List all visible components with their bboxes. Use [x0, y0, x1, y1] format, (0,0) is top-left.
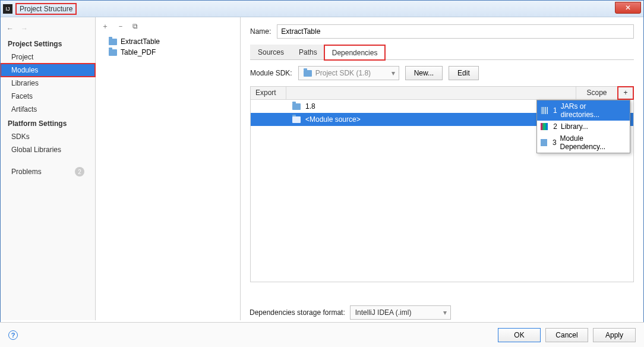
titlebar: IJ Project Structure ✕	[1, 1, 643, 17]
col-name	[286, 87, 576, 99]
project-settings-header: Project Settings	[1, 36, 95, 51]
new-sdk-button[interactable]: New...	[405, 66, 443, 80]
folder-icon	[304, 70, 312, 77]
name-label: Name:	[250, 27, 271, 36]
cancel-button[interactable]: Cancel	[545, 328, 588, 342]
folder-icon	[292, 103, 301, 110]
module-tree-panel: ＋ － ⧉ ExtractTable Table_PDF	[96, 17, 241, 320]
module-name-input[interactable]	[277, 24, 634, 39]
apply-button[interactable]: Apply	[593, 328, 636, 342]
storage-label: Dependencies storage format:	[250, 308, 345, 317]
tab-dependencies[interactable]: Dependencies	[324, 45, 386, 60]
storage-format-row: Dependencies storage format: IntelliJ ID…	[250, 305, 451, 320]
storage-value: IntelliJ IDEA (.iml)	[355, 308, 412, 317]
sidebar-item-modules[interactable]: Modules	[1, 64, 95, 77]
tree-label: ExtractTable	[121, 37, 160, 46]
sidebar-item-problems[interactable]: Problems 2	[1, 165, 95, 179]
library-icon	[541, 123, 548, 130]
sidebar-item-sdks[interactable]: SDKs	[1, 130, 95, 143]
sdk-select[interactable]: Project SDK (1.8)	[298, 66, 399, 80]
add-dependency-button[interactable]: +	[618, 87, 633, 99]
menu-index: 2	[551, 122, 557, 131]
problems-badge: 2	[75, 167, 84, 176]
module-tabs: Sources Paths Dependencies	[250, 45, 634, 60]
back-icon[interactable]: ←	[7, 24, 14, 33]
edit-sdk-button[interactable]: Edit	[449, 66, 479, 80]
tree-toolbar: ＋ － ⧉	[96, 17, 240, 35]
menu-index: 3	[551, 138, 556, 147]
forward-icon[interactable]: →	[21, 24, 28, 33]
tab-sources[interactable]: Sources	[250, 45, 292, 59]
menu-label: JARs or directories...	[561, 102, 626, 119]
sdk-value: Project SDK (1.8)	[315, 69, 371, 77]
menu-module-dependency[interactable]: 3 Module Dependency...	[537, 133, 630, 153]
sdk-label: Module SDK:	[250, 69, 292, 77]
sidebar-item-facets[interactable]: Facets	[1, 90, 95, 103]
platform-settings-header: Platform Settings	[1, 116, 95, 130]
ok-button[interactable]: OK	[498, 328, 541, 342]
jar-icon	[541, 107, 548, 114]
remove-module-icon[interactable]: －	[117, 21, 124, 31]
col-export[interactable]: Export	[251, 87, 286, 99]
dep-label: 1.8	[305, 102, 315, 111]
dialog-footer: ? OK Cancel Apply	[0, 322, 644, 347]
window-title: Project Structure	[16, 4, 76, 14]
menu-index: 1	[551, 106, 557, 115]
add-module-icon[interactable]: ＋	[102, 21, 109, 31]
copy-module-icon[interactable]: ⧉	[132, 22, 138, 30]
tree-label: Table_PDF	[121, 48, 156, 56]
menu-library[interactable]: 2 Library...	[537, 121, 630, 133]
menu-jars[interactable]: 1 JARs or directories...	[537, 100, 630, 121]
app-icon: IJ	[3, 4, 12, 14]
sidebar-item-project[interactable]: Project	[1, 51, 95, 64]
sidebar-item-global-libraries[interactable]: Global Libraries	[1, 143, 95, 156]
tree-node-extracttable[interactable]: ExtractTable	[99, 36, 236, 47]
tree-node-tablepdf[interactable]: Table_PDF	[99, 47, 236, 58]
menu-label: Library...	[561, 122, 588, 131]
dependencies-table: Export Scope + 1.8 <Module source> 1	[250, 86, 634, 282]
menu-label: Module Dependency...	[560, 134, 626, 151]
problems-label: Problems	[11, 168, 42, 176]
folder-icon	[109, 39, 117, 45]
module-editor: Name: Sources Paths Dependencies Module …	[241, 17, 643, 320]
folder-icon	[292, 116, 301, 123]
sidebar-item-artifacts[interactable]: Artifacts	[1, 103, 95, 116]
dep-label: <Module source>	[305, 115, 361, 124]
storage-select[interactable]: IntelliJ IDEA (.iml)	[350, 305, 451, 320]
close-button[interactable]: ✕	[615, 2, 641, 14]
help-icon[interactable]: ?	[8, 330, 18, 340]
main-area: ← → Project Settings Project Modules Lib…	[1, 17, 643, 320]
col-scope[interactable]: Scope	[576, 87, 618, 99]
folder-icon	[109, 49, 117, 56]
module-icon	[541, 139, 547, 146]
nav-back-forward: ← →	[1, 21, 95, 36]
add-dependency-menu: 1 JARs or directories... 2 Library... 3 …	[536, 100, 630, 153]
sidebar-item-libraries[interactable]: Libraries	[1, 77, 95, 90]
left-sidebar: ← → Project Settings Project Modules Lib…	[1, 17, 96, 320]
tab-paths[interactable]: Paths	[291, 45, 325, 59]
